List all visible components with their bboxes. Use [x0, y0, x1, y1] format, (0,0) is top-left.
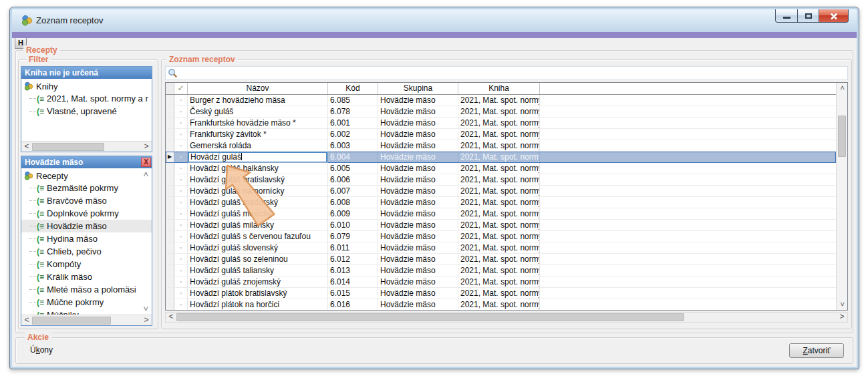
cell-kod: 6.009 [328, 208, 378, 220]
tree-item[interactable]: (≡Kompóty [21, 258, 152, 270]
tree-item[interactable]: (≡Vlastné, upravené [21, 105, 152, 118]
row-marker-icon[interactable]: ◦ [174, 186, 188, 197]
tree-item[interactable]: (≡Hydina mäso [21, 232, 152, 245]
book-panel-hscrollbar[interactable]: < > [21, 141, 152, 152]
scroll-right-icon[interactable]: > [141, 142, 152, 152]
search-input[interactable] [180, 68, 847, 79]
row-marker-icon[interactable]: ◦ [174, 231, 188, 242]
table-row[interactable]: ◦Frankfurtský závitok *6.002Hovädzie mäs… [166, 129, 836, 140]
vscroll-thumb[interactable] [838, 116, 846, 157]
row-marker-icon[interactable]: ◦ [174, 129, 188, 140]
tree-item[interactable]: (≡Bezmäsité pokrmy [21, 182, 152, 194]
zatvorit-button[interactable]: Zatvoriť [789, 343, 844, 358]
tree-item[interactable]: (≡Bravčové mäso [21, 194, 152, 207]
table-row[interactable]: ◦Hovädzí plátok bratislavský6.015Hovädzi… [166, 288, 836, 299]
hscroll-thumb[interactable] [32, 317, 111, 325]
tree-item[interactable]: (≡Múčne pokrmy [21, 296, 152, 309]
scroll-down-icon[interactable]: > [837, 299, 847, 310]
scroll-right-icon[interactable]: > [837, 312, 847, 323]
table-row-selected[interactable]: ▶◦Hovädzí guláš6.004Hovädzie mäso2021, M… [166, 152, 836, 163]
header-nazov[interactable]: Názov [188, 83, 328, 94]
tree-item-label: Mleté mäso a polomäsi [47, 284, 136, 295]
panel-close-button[interactable]: X [141, 158, 151, 167]
row-marker-icon[interactable]: ◦ [174, 276, 188, 288]
scroll-left-icon[interactable]: < [21, 142, 32, 152]
cell-nazov: Hovädzí guláš so zeleninou [188, 254, 328, 265]
tree-item[interactable]: (≡Hovädzie mäso [21, 220, 152, 232]
table-row[interactable]: ◦Hovädzí guláš milánsky6.010Hovädzie mäs… [166, 220, 836, 231]
table-row[interactable]: ◦Hovädzí guláš bratislavský6.006Hovädzie… [166, 174, 836, 186]
row-marker-icon[interactable]: ◦ [174, 220, 188, 231]
scroll-left-icon[interactable]: < [21, 315, 32, 326]
table-row[interactable]: ◦Hovädzí guláš taliansky6.013Hovädzie mä… [166, 265, 836, 276]
header-skupina[interactable]: Skupina [378, 83, 458, 94]
table-row[interactable]: ◦Hovädzí plátok na horčici6.016Hovädzie … [166, 299, 836, 310]
cell-kod: 6.012 [328, 254, 378, 265]
tree-item[interactable]: (≡2021, Mat. spot. normy a r [21, 92, 152, 105]
row-marker-icon[interactable]: ◦ [174, 242, 188, 254]
inline-edit-input[interactable]: Hovädzí guláš [188, 152, 327, 163]
table-row[interactable]: ◦Hovädzí guláš znojemský6.014Hovädzie mä… [166, 276, 836, 288]
row-marker-icon[interactable]: ◦ [174, 265, 188, 276]
table-hscrollbar[interactable]: < > [165, 312, 848, 323]
tree-item-label: Hydina mäso [47, 234, 98, 244]
row-marker-icon[interactable]: ◦ [174, 163, 188, 174]
table-row[interactable]: ◦Hovädzí guláš balkánsky6.005Hovädzie mä… [166, 163, 836, 174]
cell-filler [540, 288, 836, 299]
tree-item[interactable]: (≡Doplnkové pokrmy [21, 207, 152, 220]
header-kniha[interactable]: Kniha [458, 83, 540, 94]
row-marker-icon[interactable]: ◦ [174, 299, 188, 310]
row-marker-icon[interactable]: ◦ [174, 208, 188, 220]
book-tree-root[interactable]: Knihy [21, 80, 152, 92]
row-marker-icon[interactable]: ◦ [174, 174, 188, 186]
row-marker-icon[interactable]: ◦ [174, 106, 188, 118]
cell-nazov: Gemerská roláda [188, 140, 328, 152]
category-tree-root[interactable]: Recepty [21, 170, 152, 182]
table-row[interactable]: ◦Burger z hovädzieho mäsa6.085Hovädzie m… [166, 95, 836, 106]
scroll-left-icon[interactable]: < [166, 312, 176, 323]
table-row[interactable]: ◦Hovädzí guláš s červenou fazuľou6.079Ho… [166, 231, 836, 242]
table-vscrollbar[interactable]: < > [836, 83, 847, 310]
row-marker-icon[interactable]: ◦ [174, 152, 188, 163]
header-check-cell[interactable]: ✓ [174, 83, 188, 94]
scroll-up-icon[interactable]: < [141, 170, 150, 179]
table-row[interactable]: ◦Hovädzí guláš slovenský6.011Hovädzie mä… [166, 242, 836, 254]
table-row[interactable]: ◦Hovädzí guláš so zeleninou6.012Hovädzie… [166, 254, 836, 265]
table-row[interactable]: ◦Český guláš6.078Hovädzie mäso2021, Mat.… [166, 106, 836, 118]
header-kod[interactable]: Kód [328, 83, 378, 94]
table-row[interactable]: ◦Gemerská roláda6.003Hovädzie mäso2021, … [166, 140, 836, 152]
cell-filler [540, 242, 836, 254]
hscroll-thumb[interactable] [32, 143, 104, 151]
row-marker-icon[interactable]: ◦ [174, 118, 188, 129]
scroll-up-icon[interactable]: < [837, 83, 847, 93]
category-panel-hscrollbar[interactable]: < > [21, 315, 152, 325]
tree-item[interactable]: (≡Múčniky [21, 309, 152, 315]
scroll-right-icon[interactable]: > [141, 315, 152, 326]
row-marker-icon[interactable]: ◦ [174, 95, 188, 106]
scroll-down-icon[interactable]: > [141, 304, 150, 313]
title-bar[interactable]: Zoznam receptov [12, 9, 857, 32]
book-tree-items: (≡2021, Mat. spot. normy a r(≡Vlastné, u… [21, 92, 152, 118]
tree-item[interactable]: (≡Králik mäso [21, 270, 152, 283]
book-root-label: Knihy [36, 81, 58, 91]
cell-filler [540, 186, 836, 197]
tree-item[interactable]: (≡Chlieb, pečivo [21, 245, 152, 258]
table-row[interactable]: ◦Hovädzí guláš námornícky6.007Hovädzie m… [166, 186, 836, 197]
tree-connector [29, 264, 36, 264]
tree-item[interactable]: (≡Mleté mäso a polomäsi [21, 283, 152, 296]
cell-filler [540, 265, 836, 276]
table-row[interactable]: ◦Frankfurtské hovädzie mäso *6.001Hovädz… [166, 118, 836, 129]
table-row[interactable]: ◦Hovädzí guláš maďarský6.008Hovädzie mäs… [166, 197, 836, 208]
row-marker-icon[interactable]: ◦ [174, 254, 188, 265]
hscroll-thumb[interactable] [176, 313, 684, 321]
tree-item-label: Múčne pokrmy [47, 297, 104, 307]
row-marker-icon[interactable]: ◦ [174, 197, 188, 208]
row-marker-icon[interactable]: ◦ [174, 288, 188, 299]
maximize-button[interactable] [797, 9, 819, 23]
ukony-menu[interactable]: Úkony [30, 345, 53, 355]
close-window-button[interactable] [819, 9, 849, 23]
row-marker-icon[interactable]: ◦ [174, 140, 188, 152]
table-row[interactable]: ◦Hovädzí guláš mexický6.009Hovädzie mäso… [166, 208, 836, 220]
row-indicator-cell [166, 299, 174, 310]
minimize-button[interactable] [775, 9, 797, 23]
